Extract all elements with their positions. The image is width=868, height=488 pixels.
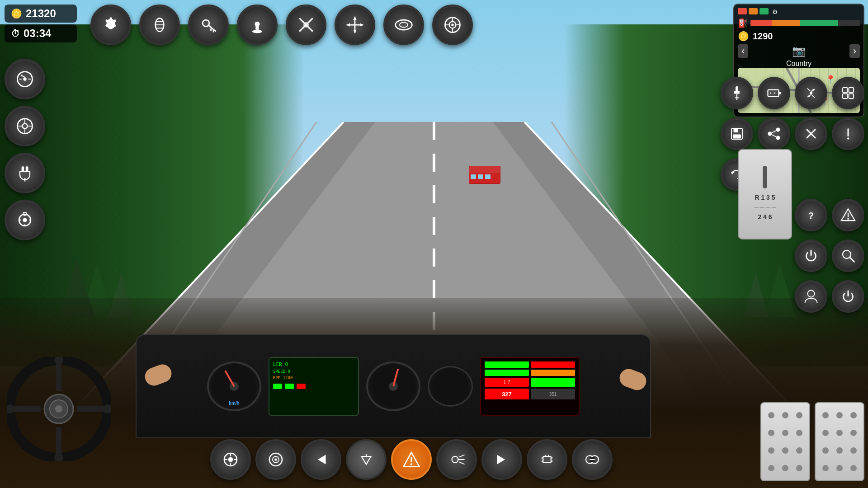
- svg-point-22: [23, 218, 27, 222]
- svg-rect-60: [768, 90, 779, 97]
- coin-icon-small: 🪙: [738, 31, 749, 42]
- svg-point-117: [410, 463, 412, 465]
- arrow-right-button[interactable]: [481, 439, 522, 480]
- search-button[interactable]: [832, 239, 864, 272]
- close-button[interactable]: [795, 117, 827, 150]
- map-nav: ‹ 📷 ›: [738, 44, 860, 58]
- power-button[interactable]: [795, 239, 827, 272]
- chain-button[interactable]: [572, 439, 613, 480]
- gauge-small-1: [428, 366, 473, 407]
- wheel-left-button[interactable]: [5, 106, 45, 146]
- tool-icon-green: [760, 8, 769, 14]
- bus-vehicle: [469, 166, 500, 184]
- tire-button[interactable]: [432, 5, 473, 45]
- fuel-segment-orange: [772, 20, 800, 26]
- gear-pattern: R 1 3 5 — — — — 2 4 6: [754, 192, 776, 223]
- svg-rect-66: [843, 88, 848, 93]
- panel-button[interactable]: [832, 77, 864, 109]
- svg-rect-72: [733, 135, 741, 139]
- pedal-left[interactable]: [760, 402, 810, 481]
- speedometer-button[interactable]: [5, 59, 45, 99]
- svg-point-99: [55, 405, 62, 413]
- wrench-button[interactable]: [286, 5, 326, 45]
- steering-wheel[interactable]: [7, 357, 111, 461]
- right-panel: 1-7 327 351: [480, 357, 580, 416]
- timer-icon: ⏱: [11, 28, 20, 39]
- tool-icons-row: ⚙: [738, 8, 860, 15]
- wiper-button[interactable]: [346, 439, 387, 480]
- svg-marker-43: [360, 23, 363, 26]
- user-button[interactable]: [795, 280, 827, 313]
- fuel-bar: [750, 20, 860, 26]
- gear-shifter[interactable]: R 1 3 5 — — — — 2 4 6: [738, 149, 792, 239]
- engine-button[interactable]: [5, 200, 45, 240]
- joystick-button[interactable]: [237, 5, 278, 45]
- ball-button[interactable]: [139, 5, 180, 45]
- svg-point-48: [451, 23, 454, 26]
- svg-point-13: [23, 124, 28, 129]
- svg-marker-122: [497, 455, 505, 465]
- placeholder-right-3: [795, 158, 827, 191]
- plug-button[interactable]: [5, 153, 45, 193]
- svg-rect-67: [849, 88, 854, 93]
- placeholder-right-4: [832, 158, 864, 191]
- svg-line-121: [459, 462, 464, 464]
- svg-rect-61: [779, 92, 781, 94]
- oval-button[interactable]: [383, 5, 424, 45]
- svg-point-45: [400, 23, 408, 28]
- right-buttons-bottom: [795, 280, 864, 313]
- arrow-left-button[interactable]: [301, 439, 341, 480]
- save-button[interactable]: [721, 117, 753, 150]
- hud-topleft: 🪙 21320 ⏱ 03:34: [5, 5, 77, 42]
- fuel-segment-green: [800, 20, 838, 26]
- map-next-button[interactable]: ›: [849, 44, 860, 58]
- fuel-value: 1290: [753, 31, 773, 42]
- fan-button[interactable]: [795, 77, 827, 109]
- lights-button[interactable]: [436, 439, 477, 480]
- engine-bottom-button[interactable]: [527, 439, 567, 480]
- svg-point-65: [810, 92, 812, 94]
- key-button[interactable]: [188, 5, 229, 45]
- move-button[interactable]: [335, 5, 375, 45]
- svg-marker-113: [318, 455, 326, 465]
- exclamation-button[interactable]: [832, 117, 864, 150]
- svg-marker-41: [353, 30, 356, 33]
- svg-point-76: [776, 136, 780, 140]
- help-button[interactable]: ?: [795, 199, 827, 231]
- disk-button[interactable]: [255, 439, 296, 480]
- pedal-right[interactable]: [815, 402, 864, 481]
- svg-line-9: [21, 75, 25, 78]
- svg-rect-18: [22, 166, 24, 171]
- fuel-icon: ⛽: [738, 18, 748, 28]
- svg-rect-57: [734, 91, 740, 94]
- fuel-segment-red: [750, 20, 772, 26]
- svg-line-90: [850, 258, 854, 262]
- alert-button[interactable]: [832, 199, 864, 231]
- share-button[interactable]: [758, 117, 790, 150]
- svg-rect-33: [255, 24, 259, 31]
- timer-display: ⏱ 03:34: [5, 24, 77, 42]
- svg-rect-123: [543, 456, 551, 463]
- settings-button[interactable]: [90, 5, 131, 45]
- svg-line-29: [208, 25, 216, 32]
- svg-point-8: [23, 77, 26, 80]
- spark-plug-button[interactable]: [721, 77, 753, 109]
- tool-icon-orange: [749, 8, 758, 14]
- pedals: [760, 402, 864, 481]
- svg-marker-40: [353, 17, 356, 20]
- svg-point-88: [847, 218, 849, 220]
- power2-button[interactable]: [832, 280, 864, 313]
- right-buttons-row4: ?: [795, 199, 864, 231]
- gauge-right: [366, 361, 420, 411]
- battery-button[interactable]: [758, 77, 790, 109]
- hazard-button[interactable]: [391, 439, 432, 480]
- coins-icon: 🪙: [11, 8, 22, 19]
- brake-button[interactable]: [210, 439, 251, 480]
- coins-row: 🪙 1290: [738, 31, 860, 42]
- left-button-group: [5, 59, 45, 240]
- right-buttons-row5: [795, 239, 864, 272]
- dashboard-panel: km/h LER 0 SPEED 0 RPM 1200: [136, 334, 651, 438]
- right-buttons-row1: [721, 77, 864, 109]
- svg-point-82: [847, 137, 849, 140]
- map-prev-button[interactable]: ‹: [738, 44, 748, 58]
